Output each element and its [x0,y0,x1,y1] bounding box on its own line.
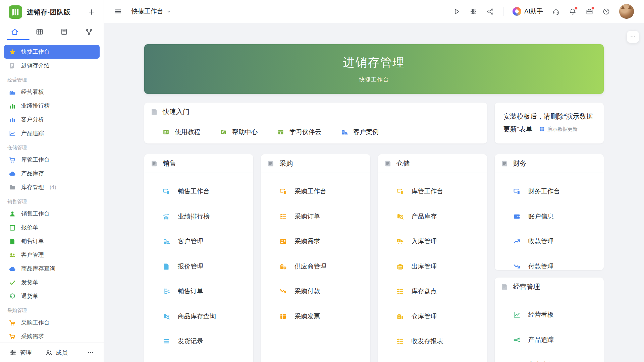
tab-docs-icon[interactable] [60,28,68,40]
card-item[interactable]: 产品库存 [378,204,487,229]
checklist-icon [396,337,404,345]
card-item[interactable]: 采购订单 [261,204,370,229]
tab-home-icon[interactable] [11,28,19,40]
sidebar-item[interactable]: 业绩排行榜 [4,99,100,113]
tab-tables-icon[interactable] [36,28,44,40]
card-item[interactable]: 出库管理 [378,254,487,279]
invoice-table-icon [279,312,287,320]
hamburger-menu-icon[interactable] [114,7,122,15]
sidebar-item-label: 库管工作台 [21,156,50,164]
help-button[interactable] [602,8,610,15]
sidebar-item[interactable]: 客户管理 [4,248,100,262]
sidebar-item[interactable]: 退货单 [4,289,100,303]
add-workspace-button[interactable] [88,8,96,16]
building-person-icon [341,128,348,136]
sidebar-item-label: 商品库存查询 [21,265,55,273]
sidebar-item[interactable]: 产品库存 [4,167,100,180]
card-item[interactable]: 财务工作台 [495,179,604,204]
sidebar-item[interactable]: 销售工作台 [4,207,100,221]
card-item-list: 采购工作台采购订单采购需求供应商管理采购付款采购发票 [261,173,370,329]
card-header: 采购 [261,154,370,173]
card-item[interactable]: 销售订单 [144,279,253,304]
card-item[interactable]: 入库管理 [378,229,487,254]
sidebar-item-label: 退货单 [21,292,38,300]
card-item[interactable]: 销售工作台 [144,179,253,204]
sidebar-item[interactable]: 销售订单 [4,234,100,248]
page-more-button[interactable] [627,31,639,43]
workbench-briefcase-button[interactable] [586,8,593,15]
sidebar-item[interactable]: 库存管理(4) [4,180,100,194]
sidebar-item[interactable]: 产品追踪 [4,126,100,140]
card-item[interactable]: 经营看板 [495,302,604,327]
card-title: 财务 [513,159,527,168]
members-button[interactable]: 成员 [45,349,68,357]
trend-down-icon [513,262,521,270]
card-item-label: 客户管理 [178,237,203,246]
card-item[interactable]: 客户分析 [495,352,604,362]
bar-chart-icon [9,116,16,123]
app-title: 进销存-团队版 [27,8,70,17]
sidebar-more-button[interactable] [87,349,94,356]
star-icon [9,48,16,56]
purchase-card: 采购采购工作台采购订单采购需求供应商管理采购付款采购发票 [261,154,370,362]
quick-start-link[interactable]: 使用教程 [162,128,200,136]
sidebar-item[interactable]: 报价单 [4,221,100,234]
demo-data-link[interactable]: 演示数据更新 [539,123,578,135]
sidebar-item[interactable]: 商品库存查询 [4,262,100,276]
card-item[interactable]: 库管工作台 [378,179,487,204]
sidebar: 进销存-团队版 快捷工作台进销存介绍经营管理经营看板业绩排行榜客户分析产品追踪仓… [0,0,104,362]
card-item[interactable]: 发货记录 [144,329,253,354]
track-merge-icon [513,336,521,344]
card-item[interactable]: 库存盘点 [378,279,487,304]
card-item[interactable]: 产品追踪 [495,327,604,353]
manage-button[interactable]: 管理 [9,349,32,357]
view-settings-button[interactable] [470,8,477,15]
notification-badge [575,7,578,10]
card-item[interactable]: 收款管理 [495,229,604,254]
sidebar-item[interactable]: 库管工作台 [4,153,100,167]
quick-start-link[interactable]: 帮助中心 [220,128,258,136]
quick-start-link-label: 使用教程 [175,128,200,136]
card-item[interactable]: 采购需求 [261,229,370,254]
card-item[interactable]: 付款管理 [495,254,604,270]
sidebar-item-label: 发货单 [21,279,38,286]
sidebar-item[interactable]: 采购工作台 [4,316,100,329]
bar-chart-icon [9,102,16,110]
cart-icon [9,156,16,164]
cloud-icon [9,170,16,177]
card-item[interactable]: 仓库管理 [378,304,487,329]
card-item[interactable]: 账户信息 [495,204,604,229]
line-chart-icon [9,130,16,137]
tab-automation-icon[interactable] [85,28,93,40]
card-item[interactable]: 供应商管理 [261,254,370,279]
card-item[interactable]: 业绩排行榜 [144,204,253,229]
sidebar-item[interactable]: 进销存介绍 [4,59,100,72]
present-play-button[interactable] [453,8,461,15]
user-avatar[interactable] [619,4,634,19]
sidebar-item[interactable]: 客户分析 [4,113,100,126]
card-item[interactable]: 采购付款 [261,279,370,304]
quick-start-link-label: 帮助中心 [232,128,258,136]
card-item[interactable]: 客户管理 [144,229,253,254]
ai-assistant-button[interactable]: AI助手 [513,7,543,16]
card-item[interactable]: 采购工作台 [261,179,370,204]
sidebar-item[interactable]: 采购需求 [4,329,100,343]
card-item[interactable]: 采购发票 [261,304,370,329]
support-headset-button[interactable] [552,8,560,15]
page-title-dropdown[interactable]: 快捷工作台 [131,7,172,16]
cart-plus-icon [9,319,16,326]
quick-start-link[interactable]: 客户案例 [341,128,379,136]
card-item[interactable]: 商品库存查询 [144,304,253,329]
card-item[interactable]: 销售收款 [144,354,253,362]
quick-start-link[interactable]: 学习伙伴云 [277,128,321,136]
chevron-down-icon [166,9,172,14]
share-button[interactable] [486,8,494,15]
sidebar-item[interactable]: 经营看板 [4,85,100,99]
card-item[interactable]: 收发存报表 [378,329,487,354]
notifications-bell-button[interactable] [569,8,577,15]
card-item[interactable]: 报价管理 [144,254,253,279]
operations-card: 经营管理经营看板产品追踪客户分析 [495,278,604,362]
sidebar-item[interactable]: 发货单 [4,276,100,289]
sidebar-item[interactable]: 快捷工作台 [4,45,100,59]
card-item-label: 仓库管理 [412,312,437,321]
